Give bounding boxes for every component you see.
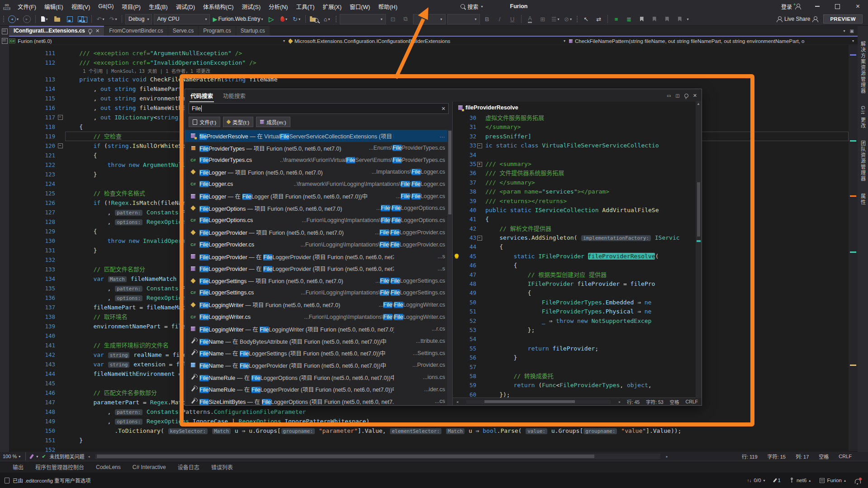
underline-button[interactable]: U <box>507 14 518 24</box>
health-status[interactable]: 未找到相关问题 <box>49 453 84 460</box>
fold-collapse-icon[interactable]: − <box>477 143 482 148</box>
font-name-dropdown[interactable]: ▾ <box>340 14 386 24</box>
solution-configuration-dropdown[interactable]: Debug▾ <box>125 14 152 24</box>
copy-format-button[interactable]: ⧉ <box>400 14 411 24</box>
tab-Serve.cs[interactable]: Serve.cs <box>168 26 199 36</box>
preview-whitespace-indicator[interactable]: 空格 <box>670 398 679 405</box>
menu-item-E[interactable]: 编辑(E) <box>40 0 67 13</box>
preview-button[interactable]: PREVIEW <box>823 14 863 24</box>
fold-collapse-icon[interactable]: − <box>477 236 482 241</box>
editor-vertical-scrollbar[interactable] <box>849 45 858 451</box>
fold-collapse-icon[interactable]: − <box>58 143 63 148</box>
search-result-row[interactable]: FileLoggerProvider — 在 FileLoggerProvide… <box>185 263 452 275</box>
goto-definition-button[interactable]: ↖ <box>581 14 592 24</box>
sync-view-button[interactable]: ⇄ <box>593 14 604 24</box>
panel-tab-输出[interactable]: 输出 <box>13 463 24 471</box>
filter-chip-file[interactable]: 文件(f:) <box>189 117 220 127</box>
preview-horizontal-scrollbar[interactable] <box>466 400 611 404</box>
toolbar-overflow-icon[interactable]: ▾ <box>687 17 689 21</box>
menu-item-P[interactable]: 项目(P) <box>118 0 145 13</box>
menu-item-D[interactable]: 调试(D) <box>172 0 199 13</box>
search-result-row[interactable]: FileName — 在 BodyBytesAttribute (项目 Furi… <box>185 335 452 347</box>
panel-tab-C# Interactive[interactable]: C# Interactive <box>133 464 166 470</box>
zoom-level-dropdown[interactable]: 100 %▾ <box>3 454 20 459</box>
live-share-button[interactable]: Live Share <box>776 16 810 22</box>
dock-icon[interactable]: ◫ <box>675 93 679 98</box>
menu-item-T[interactable]: 工具(T) <box>292 0 318 13</box>
scroll-left-icon[interactable]: ◂ <box>88 455 90 459</box>
preview-vertical-scrollbar[interactable]: ▲ <box>696 101 702 398</box>
menu-item-GitG[interactable]: Git(G) <box>94 0 118 13</box>
search-result-row[interactable]: FileSizeLimitBytes — 在 FileLoggerOptions… <box>185 395 452 405</box>
bold-button[interactable]: B <box>482 14 493 24</box>
clear-bookmarks-button[interactable] <box>674 14 685 24</box>
breadcrumb-project[interactable]: C# Furion (net6.0) ▾ <box>9 38 289 44</box>
restart-button[interactable]: ↻▾ <box>291 14 302 24</box>
navigate-back-button[interactable]: ◂▾ <box>7 14 19 24</box>
close-button[interactable]: ✕ <box>848 0 868 13</box>
close-icon[interactable]: ✕ <box>693 93 697 99</box>
lightbulb-icon[interactable] <box>455 254 459 258</box>
hot-reload-button[interactable]: ▾ <box>279 14 289 24</box>
code-cleanup-icon[interactable] <box>29 454 34 459</box>
feedback-icon[interactable] <box>812 16 818 22</box>
filter-chip-type[interactable]: 类型(t:) <box>223 117 253 127</box>
side-tab-团队资源管理器[interactable]: 团队资源管理器 <box>859 141 867 182</box>
fold-expand-icon[interactable]: + <box>477 162 482 167</box>
menu-item-F[interactable]: 文件(F) <box>14 0 40 13</box>
search-result-row[interactable]: FileLogger — 项目 Furion (net5.0, net6.0, … <box>185 166 452 178</box>
undo-button[interactable]: ↶▾ <box>95 14 106 24</box>
pin-tab-icon[interactable] <box>88 29 92 33</box>
menu-item-C[interactable]: 体系结构(C) <box>199 0 237 13</box>
float-window-icon[interactable]: ▣ <box>850 28 854 33</box>
tab-Startup.cs[interactable]: Startup.cs <box>236 26 270 36</box>
git-repo-button[interactable]: Furion▴ <box>820 478 846 483</box>
panel-tab-程序包管理器控制台[interactable]: 程序包管理器控制台 <box>35 463 84 471</box>
server-explorer-icon[interactable] <box>2 38 8 44</box>
italic-button[interactable]: / <box>494 14 505 24</box>
menu-item-B[interactable]: 生成(B) <box>145 0 172 13</box>
search-result-row[interactable]: FileLoggingWriter — 在 FileLoggingWriter … <box>185 323 452 335</box>
menu-item-S[interactable]: 测试(S) <box>237 0 265 13</box>
codelens-info[interactable]: 1 个引用 | MonkSoul，13 天前 | 1 名作者，1 项更改 <box>9 67 849 75</box>
search-result-row[interactable]: FileNameRule — 在 FileLoggerProvider (项目 … <box>185 383 452 395</box>
tab-IConfigurati...Extensions.cs[interactable]: IConfigurati...Extensions.cs✕ <box>9 26 104 36</box>
editor-horizontal-scrollbar[interactable] <box>95 454 660 459</box>
highlight-button[interactable]: ⊞ <box>537 14 548 24</box>
breadcrumb-type[interactable]: Microsoft.Extensions.Configuration.IConf… <box>289 38 569 44</box>
preview-code[interactable]: 30虚拟文件服务服务拓展31</summary>32pressSniffer]3… <box>453 114 702 398</box>
search-result-row[interactable]: FileProviderTypes — 项目 Furion (net5.0, n… <box>185 142 452 154</box>
scroll-right-icon[interactable]: ▸ <box>666 455 668 459</box>
search-result-row[interactable]: FileLoggingWriter — 项目 Furion (net5.0, n… <box>185 299 452 311</box>
search-result-row[interactable]: FileNameRule — 在 FileLoggerOptions (项目 F… <box>185 371 452 384</box>
panel-tab-设备日志[interactable]: 设备日志 <box>178 463 199 471</box>
whitespace-indicator[interactable]: 空格 <box>819 453 829 460</box>
git-branch-button[interactable]: net6▴ <box>790 478 811 483</box>
popup-tab-代码搜索[interactable]: 代码搜索 <box>190 89 214 102</box>
panel-tab-错误列表[interactable]: 错误列表 <box>211 463 233 471</box>
scroll-right-icon[interactable]: ▸ <box>619 400 621 404</box>
next-bookmark-button[interactable] <box>662 14 673 24</box>
close-tab-icon[interactable]: ✕ <box>95 28 100 34</box>
sign-in-button[interactable]: 登录 + <box>775 3 807 10</box>
search-result-row[interactable]: FileLoggerSettings — 项目 Furion (net5.0, … <box>185 275 452 287</box>
popup-tab-功能搜索[interactable]: 功能搜索 <box>222 89 247 102</box>
search-result-row[interactable]: FileLoggerProvider — 项目 Furion (net5.0, … <box>185 227 452 239</box>
scroll-left-icon[interactable]: ◂ <box>456 400 458 404</box>
tab-list-chevron-icon[interactable]: ▾ <box>844 29 845 33</box>
search-result-row[interactable]: FileLoggerOptions — 项目 Furion (net5.0, n… <box>185 202 452 214</box>
new-file-button[interactable]: ▾ <box>39 14 50 24</box>
sync-commits-button[interactable]: ↑↓0/0▾ <box>747 478 765 483</box>
solution-platform-dropdown[interactable]: Any CPU▾ <box>154 14 210 24</box>
search-result-row[interactable]: C#FileLoggerSettings.cs...Furion\Logging… <box>185 287 452 299</box>
menu-item-X[interactable]: 扩展(X) <box>318 0 346 13</box>
link-button[interactable]: ⊘▾ <box>563 14 574 24</box>
side-tab-属性[interactable]: 属性 <box>859 194 867 205</box>
search-result-row[interactable]: FileLogger — 在 FileLogger (项目 Furion (ne… <box>185 190 452 202</box>
save-all-button[interactable] <box>77 14 88 24</box>
pending-edits-button[interactable]: 1 <box>774 478 781 483</box>
fold-collapse-icon[interactable]: − <box>58 115 63 120</box>
list-button[interactable]: ☰▾ <box>550 14 561 24</box>
results-scrollbar[interactable] <box>447 130 452 405</box>
search-result-row[interactable]: C#FileLogger.cs..\framework\Furion\Loggi… <box>185 178 452 190</box>
